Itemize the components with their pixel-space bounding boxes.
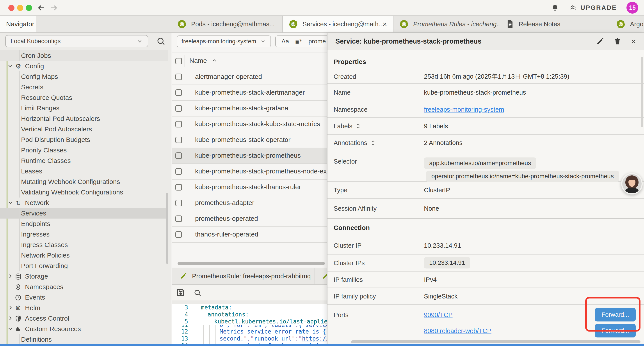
select-all-checkbox[interactable] bbox=[175, 58, 182, 64]
sidebar-item-config-maps[interactable]: Config Maps bbox=[0, 71, 168, 82]
sidebar-item-port-forwarding[interactable]: Port Forwarding bbox=[0, 261, 168, 271]
row-checkbox[interactable] bbox=[175, 231, 182, 238]
service-row-kube-prometheus-stack-thanos-ruler[interactable]: kube-prometheus-stack-thanos-ruler bbox=[172, 180, 327, 195]
sidebar-item-resource-quotas[interactable]: Resource Quotas bbox=[0, 92, 168, 103]
chevron-down-icon[interactable] bbox=[8, 326, 13, 332]
chevron-down-icon[interactable] bbox=[8, 63, 13, 69]
service-row-prometheus-adapter[interactable]: prometheus-adapter bbox=[172, 195, 327, 211]
kubeconfig-select[interactable]: Local Kubeconfigs bbox=[5, 35, 148, 47]
service-row-kube-prometheus-stack-prometheus-node-exporter[interactable]: kube-prometheus-stack-prometheus-node-ex… bbox=[172, 164, 327, 180]
workspace-tab-pods-icecheng-mathmas[interactable]: ☸Pods - icecheng@mathmas... bbox=[172, 16, 283, 32]
namespace-link[interactable]: freeleaps-monitoring-system bbox=[424, 106, 504, 113]
close-tab-icon[interactable]: × bbox=[382, 20, 387, 28]
sidebar-item-validating-webhook-configurations[interactable]: Validating Webhook Configurations bbox=[0, 187, 168, 198]
sidebar-item-config[interactable]: ⚙Config bbox=[0, 61, 168, 71]
code-link[interactable]: https://netdata.mathmast.com bbox=[302, 335, 327, 342]
sidebar-item-runtime-classes[interactable]: Runtime Classes bbox=[0, 155, 168, 166]
sidebar-item-network-policies[interactable]: Network Policies bbox=[0, 250, 168, 261]
sidebar-item-ingresses[interactable]: Ingresses bbox=[0, 229, 168, 240]
name-column-header[interactable]: Name bbox=[190, 57, 217, 64]
row-checkbox[interactable] bbox=[175, 89, 182, 96]
expand-collapse-icon[interactable] bbox=[371, 139, 376, 146]
service-row-prometheus-operated[interactable]: prometheus-operated bbox=[172, 211, 327, 227]
panel-horizontal-scrollbar[interactable] bbox=[351, 340, 640, 343]
chevron-down-icon[interactable] bbox=[8, 200, 13, 205]
chevron-right-icon[interactable] bbox=[8, 305, 13, 311]
editor-search-icon[interactable] bbox=[193, 289, 202, 297]
assistant-avatar[interactable] bbox=[621, 173, 643, 194]
sidebar-item-limit-ranges[interactable]: Limit Ranges bbox=[0, 103, 168, 113]
port-link-9090[interactable]: 9090/TCP bbox=[424, 311, 453, 319]
chevron-right-icon[interactable] bbox=[8, 273, 13, 279]
save-icon[interactable] bbox=[176, 288, 185, 297]
sidebar-item-access-control[interactable]: Access Control bbox=[0, 313, 168, 324]
close-icon[interactable]: × bbox=[631, 37, 636, 46]
sidebar-item-ingress-classes[interactable]: Ingress Classes bbox=[0, 240, 168, 250]
sidebar-scrollbar[interactable] bbox=[166, 193, 168, 264]
delete-trash-icon[interactable] bbox=[614, 37, 622, 45]
sidebar-item-mutating-webhook-configurations[interactable]: Mutating Webhook Configurations bbox=[0, 177, 168, 187]
yaml-editor[interactable]: 3metadata:4annotations:5kubectl.kubernet… bbox=[172, 304, 327, 344]
match-case-icon[interactable]: Aa bbox=[282, 38, 289, 45]
sidebar-item-network[interactable]: ⇅Network bbox=[0, 198, 168, 208]
service-row-thanos-ruler-operated[interactable]: thanos-ruler-operated bbox=[172, 227, 327, 243]
workspace-tab-release-notes[interactable]: Release Notes bbox=[500, 16, 610, 32]
port-link-8080[interactable]: 8080:reloader-web/TCP bbox=[424, 327, 492, 335]
service-row-alertmanager-operated[interactable]: alertmanager-operated bbox=[172, 69, 327, 85]
sidebar-item-horizontal-pod-autoscalers[interactable]: Horizontal Pod Autoscalers bbox=[0, 113, 168, 124]
sidebar-item-events[interactable]: Events bbox=[0, 292, 168, 303]
service-row-kube-prometheus-stack-prometheus[interactable]: kube-prometheus-stack-prometheus bbox=[172, 148, 327, 164]
close-window-button[interactable] bbox=[8, 5, 14, 11]
workspace-tab-services-icecheng-math[interactable]: ☸Services - icecheng@math...× bbox=[283, 16, 394, 32]
row-checkbox[interactable] bbox=[175, 105, 182, 112]
sidebar-item-custom-resources[interactable]: Custom Resources bbox=[0, 324, 168, 334]
back-arrow-icon[interactable] bbox=[37, 3, 46, 12]
service-row-kube-prometheus-stack-operator[interactable]: kube-prometheus-stack-operator bbox=[172, 132, 327, 148]
filter-search-input[interactable]: Aa ▪* prome bbox=[275, 35, 327, 47]
sidebar-search-icon[interactable] bbox=[156, 36, 166, 46]
sidebar-item-storage[interactable]: Storage bbox=[0, 271, 168, 282]
row-checkbox[interactable] bbox=[175, 200, 182, 206]
sidebar-item-leases[interactable]: Leases bbox=[0, 166, 168, 177]
row-checkbox[interactable] bbox=[175, 184, 182, 191]
sidebar-item-definitions[interactable]: Definitions bbox=[0, 334, 168, 344]
notification-count-badge[interactable]: 15 bbox=[626, 2, 638, 13]
labels-count[interactable]: 9 Labels bbox=[424, 122, 448, 130]
sidebar-item-namespaces[interactable]: Namespaces bbox=[0, 282, 168, 292]
tab-navigator[interactable]: Navigator bbox=[0, 16, 36, 32]
editor-tab-next[interactable] bbox=[316, 268, 327, 284]
minimize-window-button[interactable] bbox=[17, 5, 23, 11]
annotations-count[interactable]: 2 Annotations bbox=[424, 139, 462, 146]
row-checkbox[interactable] bbox=[175, 216, 182, 222]
sidebar-item-priority-classes[interactable]: Priority Classes bbox=[0, 145, 168, 155]
sidebar-item-helm[interactable]: ☸Helm bbox=[0, 303, 168, 313]
sidebar-item-services[interactable]: Services bbox=[0, 208, 168, 219]
sidebar-item-pod-disruption-budgets[interactable]: Pod Disruption Budgets bbox=[0, 134, 168, 145]
workspace-tab-argo-se[interactable]: ☸Argo Se bbox=[610, 16, 644, 32]
row-checkbox[interactable] bbox=[175, 74, 182, 80]
edit-pencil-icon[interactable] bbox=[596, 37, 604, 45]
row-checkbox[interactable] bbox=[175, 137, 182, 143]
sidebar-item-secrets[interactable]: Secrets bbox=[0, 82, 168, 92]
panel-vertical-scrollbar[interactable] bbox=[641, 57, 643, 127]
notifications-bell-icon[interactable] bbox=[551, 4, 559, 11]
editor-tab-prometheusrule[interactable]: PrometheusRule: freeleaps-prod-rabbitmq bbox=[174, 268, 315, 284]
expand-collapse-icon[interactable] bbox=[356, 123, 360, 129]
zoom-window-button[interactable] bbox=[26, 5, 32, 11]
service-row-kube-prometheus-stack-kube-state-metrics[interactable]: kube-prometheus-stack-kube-state-metrics bbox=[172, 116, 327, 132]
row-checkbox[interactable] bbox=[175, 168, 182, 175]
regex-icon[interactable]: ▪* bbox=[295, 38, 302, 45]
namespace-select[interactable]: freeleaps-monitoring-system bbox=[177, 35, 271, 47]
upgrade-button[interactable]: UPGRADE bbox=[568, 3, 617, 12]
sidebar-item-endpoints[interactable]: Endpoints bbox=[0, 219, 168, 229]
sidebar-item-vertical-pod-autoscalers[interactable]: Vertical Pod Autoscalers bbox=[0, 124, 168, 134]
horizontal-scrollbar[interactable] bbox=[178, 262, 325, 265]
forward-arrow-icon[interactable] bbox=[50, 3, 58, 12]
service-row-kube-prometheus-stack-alertmanager[interactable]: kube-prometheus-stack-alertmanager bbox=[172, 85, 327, 101]
workspace-tab-prometheus-rules-icecheng[interactable]: ☸Prometheus Rules - icecheng... bbox=[394, 16, 500, 32]
chevron-right-icon[interactable] bbox=[8, 315, 13, 321]
service-row-kube-prometheus-stack-grafana[interactable]: kube-prometheus-stack-grafana bbox=[172, 101, 327, 116]
sidebar-item-cron-jobs[interactable]: Cron Jobs bbox=[0, 50, 168, 61]
row-checkbox[interactable] bbox=[175, 152, 182, 159]
row-checkbox[interactable] bbox=[175, 121, 182, 127]
